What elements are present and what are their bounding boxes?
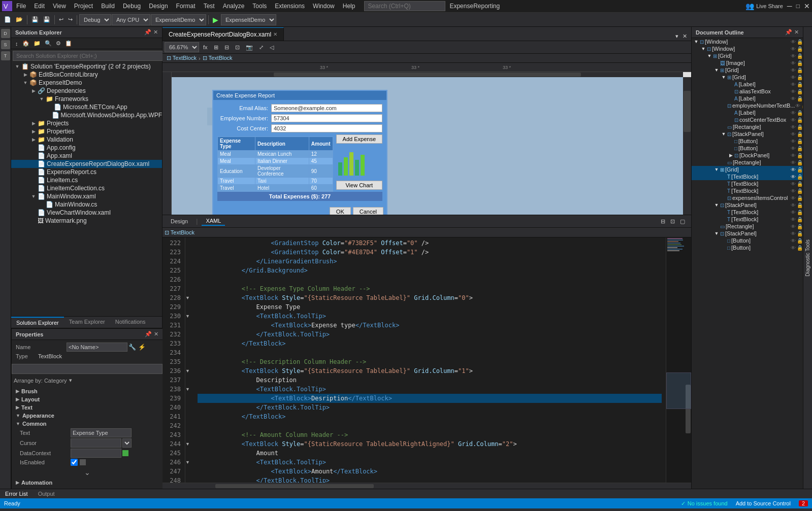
minimap[interactable] <box>666 237 691 483</box>
tree-lineitem[interactable]: 📄 LineItem.cs <box>11 176 162 184</box>
diag-tools-label[interactable]: Diagnostic Tools <box>805 240 810 277</box>
outline-eye-grid-2[interactable]: 👁 <box>791 67 796 73</box>
tree-mainwindowcs[interactable]: 📄 MainWindow.cs <box>11 200 162 209</box>
se-collapse-btn[interactable]: 📋 <box>63 39 74 48</box>
data-sources-icon[interactable]: D <box>1 29 10 38</box>
tree-frameworks[interactable]: ▼ 📁 Frameworks <box>11 95 162 103</box>
outline-eye-btn-3[interactable]: 👁 <box>791 238 796 244</box>
outline-grid-selected[interactable]: ▼ ⊞ [Grid] 👁 🔒 <box>692 166 803 173</box>
outline-eye-sp-3[interactable]: 👁 <box>791 231 796 236</box>
outline-textblock-3[interactable]: T [TextBlock] 👁 🔒 <box>692 187 803 194</box>
arrange-by-chevron[interactable]: ▾ <box>69 377 72 384</box>
isenabled-checkbox[interactable] <box>71 459 78 466</box>
props-search-input[interactable] <box>12 364 163 374</box>
se-tab-solution[interactable]: Solution Explorer <box>11 317 64 328</box>
outline-eye-btn-1[interactable]: 👁 <box>791 139 796 144</box>
outline-btn-1[interactable]: □ [Button] 👁 🔒 <box>692 138 803 145</box>
outline-eye-label-3[interactable]: 👁 <box>791 110 796 116</box>
outline-eye-rect-2[interactable]: 👁 <box>791 160 796 165</box>
zoom-select[interactable]: 66.67% 100% 50% <box>165 42 199 52</box>
outline-textblock-4[interactable]: T [TextBlock] 👁 🔒 <box>692 209 803 216</box>
horiz-scroll-thumb[interactable] <box>274 73 580 77</box>
outline-lock-grid-2[interactable]: 🔒 <box>797 67 803 73</box>
menu-extensions[interactable]: Extensions <box>271 0 309 13</box>
cursor-prop-input[interactable] <box>71 438 121 448</box>
outline-label-2[interactable]: A [Label] 👁 🔒 <box>692 95 803 102</box>
redo-btn[interactable]: ↪ <box>66 15 75 24</box>
code-content[interactable]: <GradientStop Color="#73B2F5" Offset="0"… <box>193 237 666 483</box>
outline-lock-rect-3[interactable]: 🔒 <box>797 224 803 229</box>
collapse-panels-btn[interactable]: ◁ <box>268 43 276 52</box>
outline-lock-grid-3[interactable]: 🔒 <box>797 75 803 80</box>
add-expense-btn[interactable]: Add Expense <box>336 134 382 144</box>
fit-btn[interactable]: ⊡ <box>233 43 242 52</box>
collapse-arrow-244[interactable]: ▼ <box>185 441 190 447</box>
tree-appconfig[interactable]: 📄 App.config <box>11 144 162 152</box>
panel-close-icon[interactable]: ✕ <box>153 29 158 36</box>
outline-textblock-5[interactable]: T [TextBlock] 👁 🔒 <box>692 216 803 223</box>
formula-btn[interactable]: fx <box>201 43 210 51</box>
se-folder-btn[interactable]: 📁 <box>31 39 43 48</box>
xml-crumb-textblock-1[interactable]: ⊡ TextBlock <box>165 229 194 236</box>
outline-window-1[interactable]: ▼ ⊡ [Window] 👁 🔒 <box>692 45 803 52</box>
outline-eye-ec[interactable]: 👁 <box>791 195 796 201</box>
tree-projects[interactable]: ▶ 📁 Projects <box>11 119 162 127</box>
collapse-arrow-238[interactable]: ▼ <box>185 387 190 392</box>
tree-dependencies[interactable]: ▶ 🔗 Dependencies <box>11 87 162 95</box>
outline-lock-tb-sel-1[interactable]: 🔒 <box>797 174 803 180</box>
start-project-select[interactable]: ExpenseItDemo <box>221 14 276 25</box>
se-tab-team[interactable]: Team Explorer <box>64 317 110 328</box>
platform-select[interactable]: Any CPU <box>112 14 150 25</box>
outline-btn-2[interactable]: □ [Button] 👁 🔒 <box>692 145 803 152</box>
menu-tools[interactable]: Tools <box>248 0 271 13</box>
open-btn[interactable]: 📂 <box>14 15 25 24</box>
debug-mode-select[interactable]: Debug <box>79 14 111 25</box>
outline-image[interactable]: 🖼 [Image] 👁 🔒 <box>692 59 803 66</box>
start-btn[interactable]: ▶ <box>211 15 220 25</box>
menu-design[interactable]: Design <box>145 0 172 13</box>
maximize-btn[interactable]: □ <box>796 3 800 10</box>
tree-expensereport[interactable]: 📄 ExpenseReport.cs <box>11 168 162 176</box>
outline-eye-cc-tb[interactable]: 👁 <box>791 117 796 123</box>
pin-icon[interactable]: 📌 <box>144 29 151 36</box>
new-project-btn[interactable]: 📄 <box>2 15 13 24</box>
props-wrench-icon[interactable]: 🔧 <box>127 344 137 351</box>
outline-rectangle-3[interactable]: ▭ [Rectangle] 👁 🔒 <box>692 223 803 230</box>
ok-btn[interactable]: OK <box>330 207 351 215</box>
close-btn[interactable]: ✕ <box>804 2 810 10</box>
gutter-236[interactable]: ▼ <box>185 366 193 376</box>
gutter-246[interactable]: ▼ <box>185 458 193 467</box>
outline-lock-image[interactable]: 🔒 <box>797 60 803 66</box>
outline-btn-3[interactable]: □ [Button] 👁 🔒 <box>692 237 803 244</box>
outline-eye-dp[interactable]: 👁 <box>791 153 796 158</box>
outline-eye-empnum-tb[interactable]: 👁 <box>795 103 800 109</box>
gutter-230[interactable]: ▼ <box>185 312 193 321</box>
menu-help[interactable]: Help <box>339 0 360 13</box>
resize-btn[interactable]: ⤢ <box>257 43 266 52</box>
split-horiz-btn[interactable]: ⊟ <box>659 217 667 226</box>
outline-lock-dp[interactable]: 🔒 <box>797 153 803 158</box>
menu-view[interactable]: View <box>49 0 70 13</box>
table-view-btn[interactable]: ⊟ <box>222 43 231 52</box>
outline-eye-btn-4[interactable]: 👁 <box>791 245 796 251</box>
outline-eye-grid-1[interactable]: 👁 <box>791 53 796 59</box>
outline-lock-cc-tb[interactable]: 🔒 <box>797 117 803 123</box>
outline-window-root[interactable]: ▼ ⊡ [Window] 👁 🔒 <box>692 38 803 45</box>
outline-lock-sp-2[interactable]: 🔒 <box>797 202 803 208</box>
menu-edit[interactable]: Edit <box>30 0 49 13</box>
expand-more[interactable]: ⌄ <box>14 466 160 479</box>
editor-scrollbar[interactable] <box>685 237 691 483</box>
appearance-section[interactable]: ▼ Appearance <box>14 412 160 420</box>
outline-alias-textbox[interactable]: ⊡ aliasTextBox 👁 🔒 <box>692 88 803 95</box>
se-search-input[interactable] <box>13 51 164 61</box>
outline-expenses-control[interactable]: ⊡ expensesItemsControl 👁 🔒 <box>692 194 803 201</box>
outline-lock-rect-2[interactable]: 🔒 <box>797 160 803 165</box>
tree-createexpense[interactable]: 📄 CreateExpenseReportDialogBox.xaml <box>11 160 162 168</box>
outline-eye-tb-4[interactable]: 👁 <box>791 210 796 215</box>
se-tab-notifications[interactable]: Notifications <box>110 317 151 328</box>
outline-eye-grid-3[interactable]: 👁 <box>791 75 796 80</box>
outline-textblock-sel-1[interactable]: T [TextBlock] 👁 🔒 <box>692 173 803 180</box>
name-input[interactable] <box>67 343 127 352</box>
horiz-scrollbar-design[interactable] <box>172 72 683 77</box>
outline-eye-alias[interactable]: 👁 <box>791 82 796 87</box>
